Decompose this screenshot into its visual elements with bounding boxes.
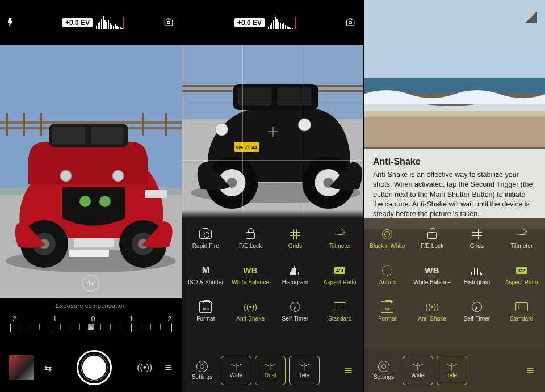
aperture-icon (382, 229, 392, 239)
ec-ticks (10, 324, 171, 332)
opt-tiltmeter[interactable]: Tiltmeter (499, 221, 544, 255)
lens-row: Settings Wide Dual Tele ≡ (182, 349, 363, 392)
ec-scale: -2-1012 (10, 315, 171, 323)
lens-icon (299, 363, 310, 370)
flash-icon[interactable] (6, 17, 16, 29)
svg-rect-10 (142, 113, 144, 136)
svg-point-25 (60, 170, 72, 182)
svg-rect-11 (165, 113, 167, 136)
lock-icon (246, 232, 255, 239)
histogram-icon[interactable] (96, 16, 158, 29)
viewfinder[interactable]: 9M 71 44 (182, 45, 363, 218)
options-grid: Rapid Fire F/E Lock Grids Tiltmeter MISO… (182, 218, 363, 328)
menu-icon[interactable]: ≡ (165, 360, 173, 375)
ev-toggle-icon[interactable] (526, 11, 537, 23)
standard-icon (515, 302, 528, 311)
opt-anti-shake[interactable]: ((•))Anti-Shake (228, 294, 273, 328)
info-title: Anti-Shake (373, 157, 536, 167)
histogram-icon (290, 266, 300, 275)
switch-camera-icon[interactable] (345, 17, 355, 29)
format-icon: JPG (199, 301, 212, 313)
format-icon: TIF (381, 301, 393, 313)
zoom-indicator[interactable]: 1x (82, 275, 99, 292)
lock-icon (427, 232, 437, 239)
svg-rect-7 (6, 113, 8, 136)
opt-aspect-ratio[interactable]: 4:3Aspect Ratio (317, 258, 362, 292)
screen-menu-dark: +0.0 EV 9M 71 44 (182, 0, 363, 392)
lens-wide[interactable]: Wide (403, 356, 433, 385)
opt-self-timer[interactable]: Self-Timer (273, 294, 318, 328)
last-photo-thumb[interactable] (9, 355, 34, 380)
lens-tele[interactable]: Tele (289, 356, 320, 385)
ev-badge[interactable]: +0.0 EV (234, 18, 265, 27)
opt-standard[interactable]: Standard (317, 294, 362, 328)
lens-tele[interactable]: Tele (437, 356, 467, 385)
opt-fe-lock[interactable]: F/E Lock (228, 221, 273, 255)
histogram-icon (471, 266, 482, 275)
svg-point-48 (299, 119, 311, 131)
opt-aspect-ratio[interactable]: 3:2Aspect Ratio (499, 258, 544, 292)
options-sheet: Rapid Fire F/E Lock Grids Tiltmeter MISO… (182, 218, 363, 392)
standard-icon (334, 302, 346, 311)
shutter-button[interactable] (77, 350, 112, 385)
options-grid: Black n White F/E Lock Grids Tiltmeter A… (364, 218, 545, 328)
opt-black-n-white[interactable]: Black n White (365, 221, 410, 255)
spin-icon (382, 265, 392, 276)
lens-icon (230, 363, 242, 370)
opt-histogram[interactable]: Histogram (455, 258, 500, 292)
lens-icon (446, 363, 458, 370)
opt-white-balance[interactable]: WBWhite Balance (228, 258, 273, 292)
tilt-icon (334, 230, 346, 238)
menu-icon[interactable]: ≡ (345, 363, 353, 378)
opt-histogram[interactable]: Histogram (273, 258, 318, 292)
camera-icon (199, 230, 212, 239)
svg-rect-27 (74, 238, 114, 247)
opt-format[interactable]: TIFFormat (365, 294, 410, 328)
app-canvas: +0.0 EV (0, 0, 545, 392)
timer-icon (290, 302, 300, 312)
swap-icon[interactable]: ⇆ (44, 363, 52, 373)
histogram-icon[interactable] (268, 16, 339, 29)
opt-iso-shutter[interactable]: MISO & Shutter (183, 258, 228, 292)
switch-camera-icon[interactable] (164, 17, 174, 29)
menu-icon[interactable]: ≡ (526, 363, 535, 378)
opt-fe-lock[interactable]: F/E Lock (410, 221, 455, 255)
timer-icon (472, 302, 482, 312)
svg-point-16 (79, 196, 91, 207)
lens-wide[interactable]: Wide (221, 356, 251, 385)
viewfinder[interactable]: 1x (0, 45, 182, 298)
opt-grids[interactable]: Grids (455, 221, 500, 255)
gear-icon (378, 361, 389, 372)
gear-icon (196, 361, 208, 372)
second-trigger-icon[interactable]: ((•)) (137, 363, 152, 373)
opt-standard[interactable]: Standard (499, 294, 544, 328)
settings-button[interactable]: Settings (187, 361, 217, 380)
tilt-cross-icon (268, 127, 278, 137)
opt-auto5[interactable]: Auto 5 (365, 258, 410, 292)
opt-rapid-fire[interactable]: Rapid Fire (183, 221, 228, 255)
tilt-icon (516, 230, 527, 238)
opt-tiltmeter[interactable]: Tiltmeter (317, 221, 362, 255)
opt-format[interactable]: JPGFormat (183, 294, 228, 328)
options-sheet: Black n White F/E Lock Grids Tiltmeter A… (364, 218, 545, 392)
svg-rect-29 (346, 20, 354, 26)
exposure-comp-strip[interactable]: Exposure compensation -2-1012 (0, 298, 182, 343)
topbar: +0.0 EV (0, 0, 182, 45)
info-card: Anti-Shake Anti-Shake is an effective wa… (364, 149, 545, 229)
svg-point-17 (99, 196, 111, 207)
pulse-icon: ((•)) (425, 301, 439, 313)
svg-point-47 (216, 123, 228, 136)
pulse-icon: ((•)) (244, 301, 257, 313)
opt-white-balance[interactable]: WBWhite Balance (410, 258, 455, 292)
svg-rect-28 (69, 250, 109, 257)
svg-rect-0 (165, 20, 173, 26)
wb-icon: WB (243, 265, 258, 275)
opt-anti-shake[interactable]: ((•))Anti-Shake (410, 294, 455, 328)
ev-badge[interactable]: +0.0 EV (62, 18, 93, 27)
opt-grids[interactable]: Grids (273, 221, 318, 255)
topbar: +0.0 EV (182, 0, 363, 45)
opt-self-timer[interactable]: Self-Timer (455, 294, 500, 328)
lens-dual[interactable]: Dual (255, 356, 286, 385)
settings-button[interactable]: Settings (368, 361, 399, 380)
lens-row: Settings Wide Tele ≡ (364, 349, 545, 392)
